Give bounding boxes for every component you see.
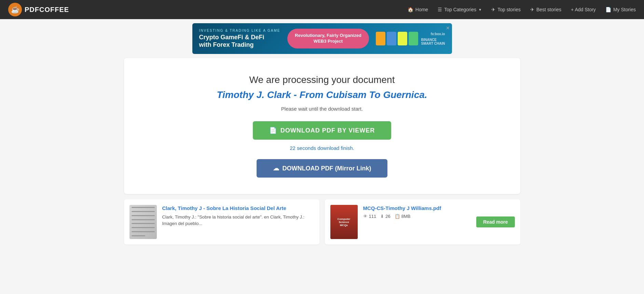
- size-meta: 📋 8MB: [395, 214, 411, 219]
- top-stories-icon: ✈: [491, 7, 495, 12]
- ad-card-2: [387, 32, 396, 45]
- ad-card-1: [376, 32, 385, 45]
- ad-right-logos: fx:box.io BINANCESMART CHAIN: [421, 32, 445, 45]
- my-stories-icon: 📄: [605, 7, 611, 12]
- story-content-1: Clark, Timothy J - Sobre La Historia Soc…: [162, 205, 314, 227]
- story-thumb-2: ComputerScienceMCQs: [330, 205, 358, 239]
- related-stories-section: Clark, Timothy J - Sobre La Historia Soc…: [124, 199, 520, 244]
- eye-icon: 👁: [363, 214, 368, 219]
- ad-card-4: [409, 32, 418, 45]
- ad-cta-button[interactable]: Revolutionary, Fairly Organized WEB3 Pro…: [287, 29, 369, 48]
- story-title-1[interactable]: Clark, Timothy J - Sobre La Historia Soc…: [162, 205, 314, 212]
- story-content-2: MCQ-CS-Timothy J Williams.pdf 👁 111 ⬇ 26…: [363, 205, 471, 222]
- ad-container[interactable]: INVESTING & TRADING LIKE A GAME Crypto G…: [192, 23, 452, 54]
- categories-icon: ☰: [438, 7, 442, 12]
- nav-best-stories[interactable]: ✈ Best stories: [530, 7, 561, 12]
- ad-left-content: INVESTING & TRADING LIKE A GAME Crypto G…: [199, 29, 280, 48]
- story-title-2[interactable]: MCQ-CS-Timothy J Williams.pdf: [363, 205, 471, 212]
- wait-text: Please wait until the download start.: [138, 106, 507, 112]
- cloud-download-icon: ☁: [273, 165, 279, 172]
- ad-top-text: INVESTING & TRADING LIKE A GAME: [199, 29, 280, 32]
- binance-logo: BINANCESMART CHAIN: [421, 38, 445, 45]
- story-card-1: Clark, Timothy J - Sobre La Historia Soc…: [124, 199, 319, 244]
- fxbox-logo: fx:box.io: [431, 32, 445, 36]
- nav-categories[interactable]: ☰ Top Categories ▼: [438, 7, 482, 12]
- views-meta: 👁 111: [363, 214, 376, 219]
- story-desc-1: Clark, Timothy J.: "Sobre la historia so…: [162, 214, 314, 227]
- nav-add-story[interactable]: + Add Story: [571, 7, 596, 12]
- ad-banner: INVESTING & TRADING LIKE A GAME Crypto G…: [0, 19, 644, 58]
- brand-link[interactable]: ☕ PDFCOFFEE: [8, 3, 69, 16]
- document-title: Timothy J. Clark - From Cubisam To Guern…: [138, 89, 507, 100]
- countdown-text: 22 seconds download finish.: [138, 145, 507, 151]
- download-mirror-button[interactable]: ☁ DOWNLOAD PDF (Mirror Link): [257, 159, 388, 178]
- nav-top-stories[interactable]: ✈ Top stories: [491, 7, 521, 12]
- nav-links: 🏠 Home ☰ Top Categories ▼ ✈ Top stories …: [408, 7, 636, 12]
- downloads-meta: ⬇ 26: [380, 214, 390, 219]
- story-thumb-1: [129, 205, 157, 239]
- ad-cards: [376, 32, 418, 45]
- chevron-down-icon: ▼: [478, 8, 482, 12]
- brand-logo: ☕: [8, 3, 22, 16]
- file-icon: 📋: [395, 214, 400, 219]
- download-icon: ⬇: [380, 214, 384, 219]
- ad-main-text: Crypto GameFi & DeFiwith Forex Trading: [199, 34, 280, 48]
- download-viewer-icon: 📄: [269, 127, 277, 134]
- read-more-button[interactable]: Read more: [476, 216, 515, 227]
- close-icon[interactable]: ✕: [446, 25, 450, 31]
- processing-text: We are processing your document: [138, 74, 507, 85]
- story-card-2: ComputerScienceMCQs MCQ-CS-Timothy J Wil…: [325, 199, 520, 244]
- story-meta-2: 👁 111 ⬇ 26 📋 8MB: [363, 214, 471, 219]
- nav-home[interactable]: 🏠 Home: [408, 7, 428, 12]
- brand-name: PDFCOFFEE: [25, 6, 69, 14]
- navbar: ☕ PDFCOFFEE 🏠 Home ☰ Top Categories ▼ ✈ …: [0, 0, 644, 19]
- best-stories-icon: ✈: [530, 7, 534, 12]
- ad-card-3: [398, 32, 407, 45]
- main-processing-card: We are processing your document Timothy …: [124, 58, 520, 194]
- nav-my-stories[interactable]: 📄 My Stories: [605, 7, 636, 12]
- home-icon: 🏠: [408, 7, 413, 12]
- download-viewer-button[interactable]: 📄 DOWNLOAD PDF BY VIEWER: [253, 121, 392, 140]
